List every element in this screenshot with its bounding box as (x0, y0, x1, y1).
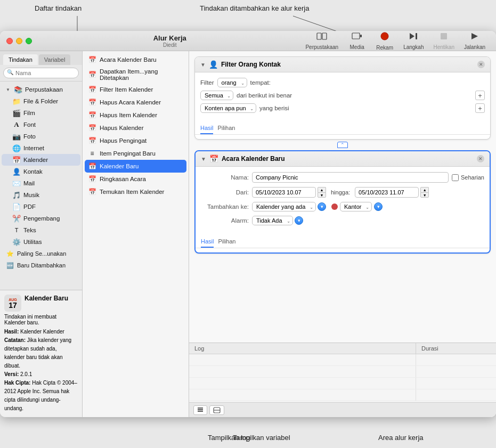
toolbar-rekam[interactable]: Rekam (371, 31, 398, 53)
hingga-stepper-up[interactable]: ▲ (420, 187, 429, 192)
acara-hingga-input[interactable] (355, 187, 419, 198)
svg-rect-8 (360, 35, 362, 37)
acara-card-close[interactable]: ✕ (477, 155, 484, 162)
filter-add-btn-1[interactable]: + (475, 91, 485, 100)
log-toolbar-bottom-btn[interactable] (193, 405, 207, 415)
musik-icon: 🎵 (12, 191, 21, 199)
action-ringkasan-acara[interactable]: 📅 Ringkasan Acara (83, 173, 189, 185)
filter-orang-select[interactable]: orang (217, 78, 247, 87)
dari-datetime-wrapper: ▲ ▼ (252, 187, 326, 198)
kantor-select[interactable]: Kantor (340, 202, 372, 211)
sidebar-item-perpustakaan[interactable]: ▼ 📚 Perpustakaan (2, 84, 80, 95)
filter-card-close[interactable]: ✕ (477, 61, 485, 68)
alarm-select[interactable]: Tidak Ada (252, 216, 293, 225)
log-row-3-log (189, 378, 416, 389)
action-icon-temukan: 📅 (88, 188, 96, 196)
filter-collapse-arrow[interactable]: ▼ (200, 62, 206, 68)
filter-add-btn-2[interactable]: + (475, 103, 485, 113)
connector-icon: ⌃ (337, 142, 348, 148)
search-input[interactable] (3, 68, 79, 78)
acara-collapse-arrow[interactable]: ▼ (201, 156, 206, 162)
log-rows (189, 354, 496, 402)
action-kalender-baru[interactable]: 📅 Kalender Baru (85, 160, 186, 173)
annotation-tampilkan-variabel: Tampilkan variabel (233, 434, 290, 442)
filter-tab-hasil[interactable]: Hasil (200, 125, 213, 134)
kalender-ada-select[interactable]: Kalender yang ada (252, 202, 316, 211)
sidebar-item-foto[interactable]: 📷 Foto (2, 131, 80, 142)
sidebar-item-utilitas[interactable]: ⚙️ Utilitas (2, 236, 80, 248)
hingga-datetime-wrapper: ▲ ▼ (355, 187, 429, 198)
hingga-stepper-down[interactable]: ▼ (420, 192, 429, 198)
action-hapus-kalender[interactable]: 📅 Hapus Kalender (83, 121, 189, 134)
toolbar-jalankan[interactable]: Jalankan (460, 31, 490, 52)
sidebar-item-pengembang[interactable]: ✂️ Pengembang (2, 213, 80, 224)
action-hapus-pengingat[interactable]: 📅 Hapus Pengingat (83, 134, 189, 147)
sidebar-item-file-folder[interactable]: 📁 File & Folder (2, 95, 80, 107)
sidebar-item-kalender[interactable]: 📅 Kalender (2, 154, 80, 166)
minimize-button[interactable] (16, 38, 22, 44)
acara-tab-hasil[interactable]: Hasil (201, 238, 214, 248)
maximize-button[interactable] (26, 38, 32, 44)
toolbar-langkah[interactable]: Langkah (399, 31, 428, 52)
action-temukan-item[interactable]: 📅 Temukan Item Kalender (83, 185, 189, 198)
hingga-stepper: ▲ ▼ (420, 187, 429, 198)
sidebar-item-mail[interactable]: ✉️ Mail (2, 177, 80, 189)
action-icon-pengingat-baru: ≡ (88, 149, 96, 158)
paling-sering-icon: ⭐ (6, 249, 14, 258)
acara-dari-input[interactable] (252, 187, 316, 198)
sidebar-label-kalender: Kalender (23, 157, 48, 163)
sidebar-item-musik[interactable]: 🎵 Musik (2, 189, 80, 201)
action-item-pengingat-baru[interactable]: ≡ Item Pengingat Baru (83, 147, 189, 160)
sidebar-item-paling-sering[interactable]: ⭐ Paling Se...unakan (2, 248, 80, 259)
perpustakaan-icon: 📚 (14, 85, 22, 94)
filter-konten-select[interactable]: Konten apa pun (200, 103, 256, 113)
sidebar-item-font[interactable]: A Font (2, 119, 80, 131)
action-filter-item-kalender[interactable]: 📅 Filter Item Kalender (83, 83, 189, 96)
sidebar-item-teks[interactable]: T Teks (2, 224, 80, 236)
acara-nama-input[interactable] (252, 172, 449, 183)
toolbar-media[interactable]: Media (344, 31, 370, 52)
kalender-ada-blue-btn[interactable]: ▾ (318, 202, 326, 211)
log-row-2 (189, 366, 496, 378)
svg-marker-10 (410, 33, 414, 39)
close-button[interactable] (6, 38, 13, 44)
action-hapus-item-kalender[interactable]: 📅 Hapus Item Kalender (83, 109, 189, 121)
action-dapatkan-item[interactable]: 📅 Dapatkan Item...yang Ditetapkan (83, 66, 189, 83)
sidebar-item-film[interactable]: 🎬 Film (2, 107, 80, 119)
sidebar-item-internet[interactable]: 🌐 Internet (2, 142, 80, 154)
alarm-blue-btn[interactable]: ▾ (295, 216, 303, 225)
dari-stepper-up[interactable]: ▲ (318, 187, 326, 192)
action-icon-hapus-kal: 📅 (88, 124, 96, 132)
sidebar-item-kontak[interactable]: 👤 Kontak (2, 166, 80, 177)
sidebar-label-kontak: Kontak (23, 168, 43, 175)
log-toolbar-var-btn[interactable] (209, 405, 224, 415)
toolbar-hentikan[interactable]: Hentikan (429, 31, 459, 52)
rekam-icon (380, 31, 389, 44)
toolbar-perpustakaan[interactable]: Perpustakaan (301, 31, 343, 52)
tab-variabel[interactable]: Variabel (39, 54, 71, 65)
kantor-blue-btn[interactable]: ▾ (374, 202, 383, 211)
sidebar-item-pdf[interactable]: 📄 PDF (2, 201, 80, 213)
kontak-icon: 👤 (12, 167, 21, 176)
baru-ditambahkan-icon: 🆕 (6, 261, 14, 270)
acara-tab-pilihan[interactable]: Pilihan (218, 238, 235, 248)
filter-dari-text: dari berikut ini benar (237, 92, 292, 99)
filter-orang-select-wrapper: orang (217, 78, 247, 87)
action-label-hapus-item: Hapus Item Kalender (100, 112, 157, 118)
action-label-hapus-acara: Hapus Acara Kalender (100, 99, 161, 105)
action-hapus-acara-kalender[interactable]: 📅 Hapus Acara Kalender (83, 96, 189, 109)
filter-tempat-label: tempat: (250, 79, 271, 86)
log-row-4-dur (416, 389, 496, 401)
action-acara-kalender-baru[interactable]: 📅 Acara Kalender Baru (83, 53, 189, 66)
filter-tab-pilihan[interactable]: Pilihan (217, 125, 235, 134)
sidebar-list: ▼ 📚 Perpustakaan 📁 File & Folder 🎬 Film … (0, 82, 82, 290)
seharian-checkbox[interactable] (452, 174, 459, 181)
disclosure-triangle: ▼ (6, 87, 10, 92)
dari-stepper-down[interactable]: ▼ (318, 192, 326, 198)
action-label-acara-kalender-baru: Acara Kalender Baru (100, 56, 157, 63)
svg-marker-13 (471, 33, 478, 39)
sidebar-item-baru-ditambahkan[interactable]: 🆕 Baru Ditambahkan (2, 259, 80, 271)
filter-semua-select[interactable]: Semua (200, 91, 233, 100)
tab-tindakan[interactable]: Tindakan (3, 54, 38, 65)
action-icon-acara: 📅 (88, 55, 96, 64)
